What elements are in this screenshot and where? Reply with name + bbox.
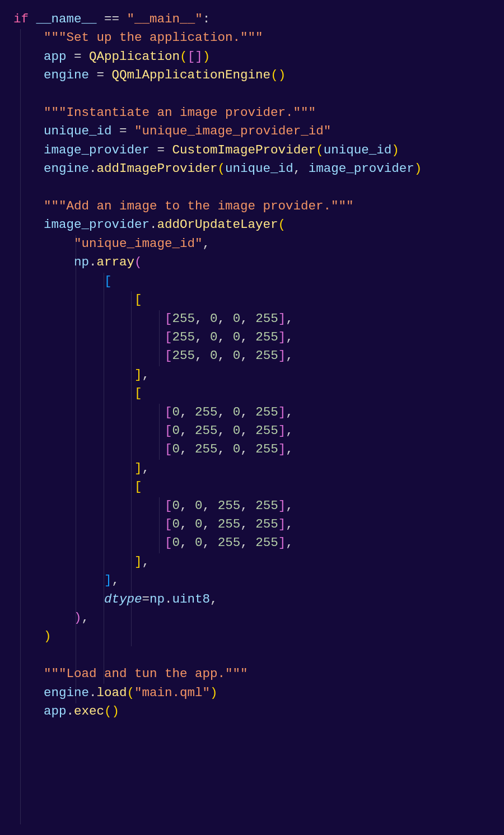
call-QApplication: QApplication xyxy=(89,49,180,64)
code-line: [0, 0, 255, 255], xyxy=(13,498,293,513)
string-unique-image-id: "unique_image_id" xyxy=(74,236,203,251)
docstring: """Add an image to the image provider.""… xyxy=(44,199,354,213)
string-main: "__main__" xyxy=(127,12,203,26)
code-line: unique_id = "unique_image_provider_id" xyxy=(13,124,331,138)
call-load: load xyxy=(97,685,127,700)
code-line: [0, 255, 0, 255], xyxy=(13,442,293,456)
identifier-name: __name__ xyxy=(36,12,97,26)
code-line: image_provider = CustomImageProvider(uni… xyxy=(13,143,399,157)
code-line: ], xyxy=(13,554,150,569)
call-exec: exec xyxy=(74,704,104,719)
code-line: [ xyxy=(13,274,112,288)
call-array: array xyxy=(97,255,135,269)
code-line xyxy=(13,180,21,195)
code-line: app.exec() xyxy=(13,704,119,719)
code-line: [ xyxy=(13,479,142,494)
code-line: np.array( xyxy=(13,255,142,269)
keyword-if: if xyxy=(13,12,29,26)
code-line: [255, 0, 0, 255], xyxy=(13,330,293,344)
code-line: """Instantiate an image provider.""" xyxy=(13,105,316,120)
code-line: [255, 0, 0, 255], xyxy=(13,348,293,363)
code-line: image_provider.addOrUpdateLayer( xyxy=(13,217,286,232)
docstring: """Set up the application.""" xyxy=(44,30,263,45)
code-line: ], xyxy=(13,573,119,587)
code-line: ) xyxy=(13,629,52,643)
call-CustomImageProvider: CustomImageProvider xyxy=(172,143,316,157)
string-main-qml: "main.qml" xyxy=(134,685,210,700)
code-line: "unique_image_id", xyxy=(13,236,210,251)
string-unique-id: "unique_image_provider_id" xyxy=(134,124,331,138)
code-line: [ xyxy=(13,292,142,307)
code-line xyxy=(13,648,21,663)
code-line: ), xyxy=(13,610,89,625)
code-line: [0, 0, 255, 255], xyxy=(13,535,293,550)
code-line xyxy=(13,87,21,101)
code-line: dtype=np.uint8, xyxy=(13,592,218,607)
call-QQmlApplicationEngine: QQmlApplicationEngine xyxy=(112,68,271,82)
kwarg-dtype: dtype xyxy=(104,592,142,607)
docstring: """Load and tun the app.""" xyxy=(44,666,248,681)
call-addOrUpdateLayer: addOrUpdateLayer xyxy=(157,217,278,232)
code-line: engine.load("main.qml") xyxy=(13,685,218,700)
code-line: [0, 0, 255, 255], xyxy=(13,517,293,531)
code-line: engine.addImageProvider(unique_id, image… xyxy=(13,161,422,176)
code-line: [0, 255, 0, 255], xyxy=(13,423,293,438)
code-line: engine = QQmlApplicationEngine() xyxy=(13,68,286,82)
code-line: [ xyxy=(13,386,142,400)
code-line: [0, 255, 0, 255], xyxy=(13,405,293,419)
docstring: """Instantiate an image provider.""" xyxy=(44,105,316,120)
call-addImageProvider: addImageProvider xyxy=(97,161,218,176)
code-line: """Load and tun the app.""" xyxy=(13,666,248,681)
code-line: """Set up the application.""" xyxy=(13,30,263,45)
code-line: ], xyxy=(13,367,150,382)
code-line: if __name__ == "__main__": xyxy=(13,12,210,26)
code-line: app = QApplication([]) xyxy=(13,49,210,64)
code-line: ], xyxy=(13,461,150,475)
code-line: [255, 0, 0, 255], xyxy=(13,311,293,326)
code-editor[interactable]: if __name__ == "__main__": """Set up the… xyxy=(0,0,504,740)
code-line: """Add an image to the image provider.""… xyxy=(13,199,354,213)
